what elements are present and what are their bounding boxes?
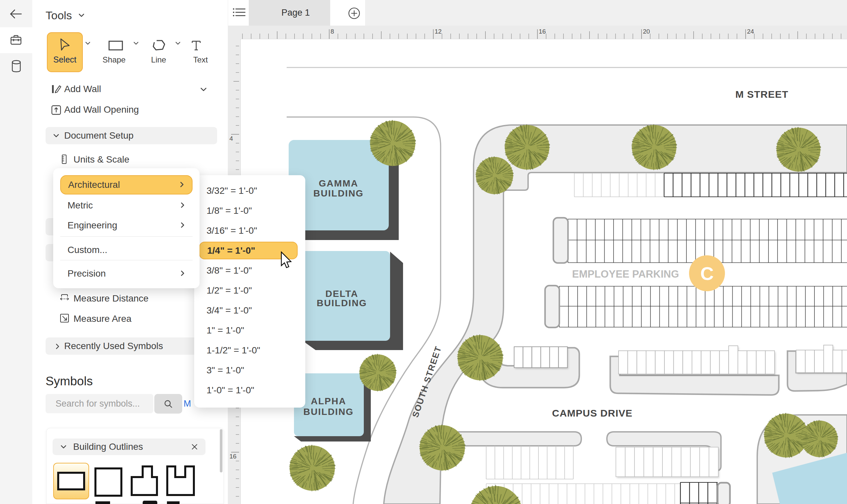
svg-text:8: 8 — [330, 28, 334, 35]
svg-text:16: 16 — [230, 453, 236, 460]
svg-text:4: 4 — [230, 135, 233, 142]
svg-text:12: 12 — [435, 28, 441, 35]
svg-text:16: 16 — [539, 28, 546, 35]
svg-text:24: 24 — [747, 28, 754, 35]
svg-text:20: 20 — [643, 28, 650, 35]
